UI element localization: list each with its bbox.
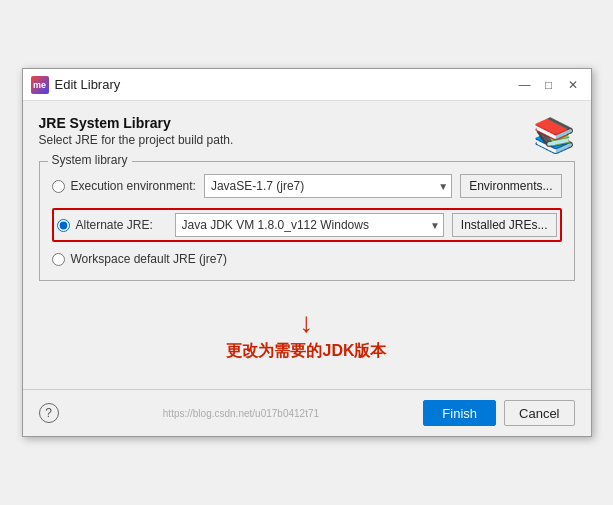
books-icon: 📚: [533, 115, 575, 155]
alternate-jre-dropdown-wrapper: Java JDK VM 1.8.0_v112 Windows ▼: [175, 213, 444, 237]
alternate-jre-row: Alternate JRE: Java JDK VM 1.8.0_v112 Wi…: [52, 208, 562, 242]
section-title: JRE System Library: [39, 115, 575, 131]
alternate-jre-select[interactable]: Java JDK VM 1.8.0_v112 Windows: [175, 213, 444, 237]
annotation-area: ↓ 更改为需要的JDK版本: [39, 295, 575, 375]
footer-buttons: Finish Cancel: [423, 400, 574, 426]
environments-button[interactable]: Environments...: [460, 174, 561, 198]
alternate-jre-radio[interactable]: [57, 219, 70, 232]
help-button[interactable]: ?: [39, 403, 59, 423]
app-icon: me: [31, 76, 49, 94]
maximize-button[interactable]: □: [539, 75, 559, 95]
annotation-text: 更改为需要的JDK版本: [226, 341, 386, 362]
group-label: System library: [48, 153, 132, 167]
installed-jres-button[interactable]: Installed JREs...: [452, 213, 557, 237]
workspace-label: Workspace default JRE (jre7): [71, 252, 228, 266]
section-subtitle: Select JRE for the project build path.: [39, 133, 575, 147]
execution-env-select[interactable]: JavaSE-1.7 (jre7): [204, 174, 452, 198]
main-content: 📚 JRE System Library Select JRE for the …: [23, 101, 591, 389]
window-title: Edit Library: [55, 77, 515, 92]
title-bar: me Edit Library — □ ✕: [23, 69, 591, 101]
execution-env-dropdown-wrapper: JavaSE-1.7 (jre7) ▼: [204, 174, 452, 198]
cancel-button[interactable]: Cancel: [504, 400, 574, 426]
window-controls: — □ ✕: [515, 75, 583, 95]
annotation-arrow: ↓: [300, 309, 314, 337]
workspace-radio-label[interactable]: Workspace default JRE (jre7): [52, 252, 228, 266]
minimize-button[interactable]: —: [515, 75, 535, 95]
watermark: https://blog.csdn.net/u017b0412t71: [163, 408, 319, 419]
alternate-jre-radio-label[interactable]: Alternate JRE:: [57, 218, 167, 232]
execution-env-row: Execution environment: JavaSE-1.7 (jre7)…: [52, 174, 562, 198]
footer: ? https://blog.csdn.net/u017b0412t71 Fin…: [23, 389, 591, 436]
workspace-radio[interactable]: [52, 253, 65, 266]
execution-env-radio-label[interactable]: Execution environment:: [52, 179, 196, 193]
close-button[interactable]: ✕: [563, 75, 583, 95]
edit-library-window: me Edit Library — □ ✕ 📚 JRE System Libra…: [22, 68, 592, 437]
execution-env-label: Execution environment:: [71, 179, 196, 193]
finish-button[interactable]: Finish: [423, 400, 496, 426]
execution-env-radio[interactable]: [52, 180, 65, 193]
workspace-row: Workspace default JRE (jre7): [52, 252, 562, 266]
alternate-jre-label: Alternate JRE:: [76, 218, 153, 232]
system-library-group: System library Execution environment: Ja…: [39, 161, 575, 281]
